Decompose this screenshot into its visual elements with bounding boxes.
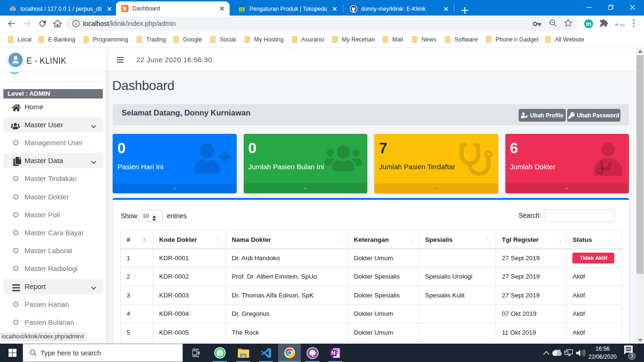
svg-text:PMA: PMA xyxy=(10,8,16,10)
svg-text:3: 3 xyxy=(631,353,634,359)
svg-text:ARTERIA DAX: ARTERIA DAX xyxy=(620,24,625,26)
svg-text:E-KLINIK: E-KLINIK xyxy=(12,63,19,65)
svg-text:N: N xyxy=(331,350,336,356)
